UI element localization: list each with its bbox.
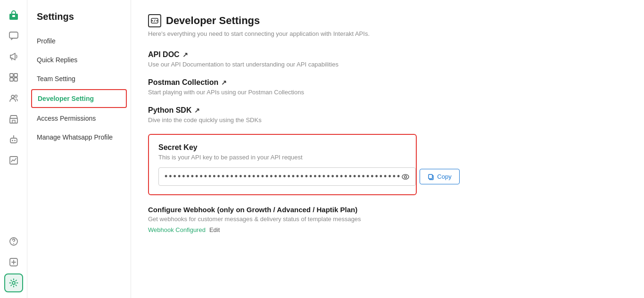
api-doc-title: API DOC ↗ bbox=[148, 50, 627, 59]
sidebar-title: Settings bbox=[27, 11, 131, 32]
svg-rect-24 bbox=[429, 174, 432, 179]
postman-section: Postman Collection ↗ Start playing with … bbox=[148, 78, 627, 96]
copy-icon bbox=[428, 173, 434, 181]
webhook-status-row: Webhook Configured Edit bbox=[148, 226, 627, 233]
help-icon[interactable] bbox=[4, 232, 23, 251]
page-title: Developer Settings bbox=[166, 15, 260, 27]
svg-point-19 bbox=[12, 281, 15, 284]
webhook-section: Configure Webhook (only on Growth / Adva… bbox=[148, 206, 627, 233]
svg-rect-1 bbox=[12, 15, 15, 17]
eye-icon[interactable] bbox=[401, 172, 410, 181]
webhook-desc: Get webhooks for customer messages & del… bbox=[148, 215, 627, 223]
postman-title: Postman Collection ↗ bbox=[148, 78, 627, 87]
bag-icon[interactable] bbox=[4, 6, 23, 25]
sidebar-item-manage-whatsapp[interactable]: Manage Whatsapp Profile bbox=[27, 128, 131, 147]
secret-key-title: Secret Key bbox=[158, 143, 406, 152]
chat-icon[interactable] bbox=[4, 26, 23, 45]
sidebar: Settings Profile Quick Replies Team Sett… bbox=[27, 0, 131, 298]
svg-point-8 bbox=[15, 95, 17, 98]
api-doc-ext-icon: ↗ bbox=[182, 51, 188, 58]
icon-bar bbox=[0, 0, 27, 298]
svg-point-22 bbox=[405, 175, 407, 178]
python-sdk-ext-icon: ↗ bbox=[194, 107, 200, 114]
copy-button-label: Copy bbox=[437, 173, 451, 180]
python-sdk-desc: Dive into the code quickly using the SDK… bbox=[148, 116, 627, 124]
webhook-title: Configure Webhook (only on Growth / Adva… bbox=[148, 206, 627, 214]
main-content: Developer Settings Here's everything you… bbox=[131, 0, 644, 298]
store-icon[interactable] bbox=[4, 109, 23, 128]
chart-icon[interactable] bbox=[4, 151, 23, 170]
svg-rect-5 bbox=[10, 78, 13, 81]
icon-bar-top bbox=[4, 6, 23, 229]
svg-rect-2 bbox=[9, 32, 18, 38]
webhook-edit-link[interactable]: Edit bbox=[209, 226, 220, 233]
svg-rect-6 bbox=[14, 78, 17, 81]
page-header: Developer Settings bbox=[148, 14, 627, 27]
settings-icon[interactable] bbox=[4, 273, 23, 292]
developer-settings-icon bbox=[148, 14, 161, 27]
svg-point-14 bbox=[13, 135, 14, 136]
sidebar-item-access-permissions[interactable]: Access Permissions bbox=[27, 109, 131, 128]
svg-point-13 bbox=[14, 140, 16, 141]
megaphone-icon[interactable] bbox=[4, 47, 23, 66]
svg-rect-11 bbox=[10, 138, 17, 143]
secret-key-dots: ••••••••••••••••••••••••••••••••••••••••… bbox=[165, 172, 401, 182]
add-icon[interactable] bbox=[4, 253, 23, 272]
svg-rect-4 bbox=[14, 74, 17, 77]
sidebar-item-team-setting[interactable]: Team Setting bbox=[27, 69, 131, 88]
webhook-configured-status: Webhook Configured bbox=[148, 226, 206, 233]
svg-point-7 bbox=[11, 95, 14, 98]
python-sdk-section: Python SDK ↗ Dive into the code quickly … bbox=[148, 106, 627, 124]
postman-desc: Start playing with our APIs using our Po… bbox=[148, 89, 627, 96]
secret-key-box: Secret Key This is your API key to be pa… bbox=[148, 134, 417, 195]
api-doc-desc: Use our API Documentation to start under… bbox=[148, 61, 627, 68]
svg-rect-3 bbox=[10, 74, 13, 77]
copy-button[interactable]: Copy bbox=[420, 169, 459, 185]
svg-point-17 bbox=[13, 243, 14, 244]
sidebar-item-quick-replies[interactable]: Quick Replies bbox=[27, 50, 131, 69]
people-icon[interactable] bbox=[4, 89, 23, 108]
sidebar-item-developer-setting[interactable]: Developer Setting bbox=[31, 89, 127, 108]
secret-key-desc: This is your API key to be passed in you… bbox=[158, 154, 406, 161]
secret-key-input-wrap: ••••••••••••••••••••••••••••••••••••••••… bbox=[158, 167, 416, 186]
page-subtitle: Here's everything you need to start conn… bbox=[148, 30, 627, 37]
svg-point-21 bbox=[402, 174, 409, 179]
postman-ext-icon: ↗ bbox=[221, 79, 227, 86]
svg-point-12 bbox=[12, 140, 13, 141]
sidebar-item-profile[interactable]: Profile bbox=[27, 32, 131, 50]
grid-icon[interactable] bbox=[4, 68, 23, 87]
bot-icon[interactable] bbox=[4, 130, 23, 149]
svg-rect-9 bbox=[10, 118, 17, 123]
icon-bar-bottom bbox=[4, 232, 23, 298]
python-sdk-title: Python SDK ↗ bbox=[148, 106, 627, 115]
api-doc-section: API DOC ↗ Use our API Documentation to s… bbox=[148, 50, 627, 68]
secret-key-input-row: ••••••••••••••••••••••••••••••••••••••••… bbox=[158, 167, 406, 186]
